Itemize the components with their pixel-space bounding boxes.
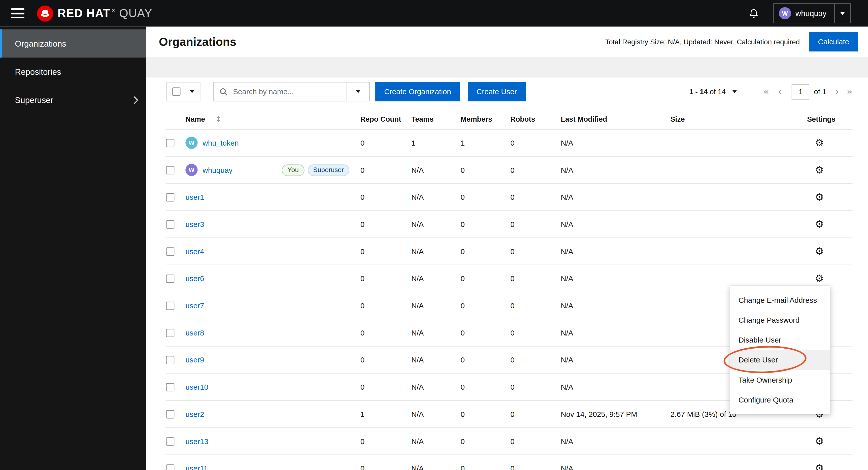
notifications-bell-icon[interactable]	[748, 8, 759, 19]
badge-you: You	[282, 164, 304, 176]
settings-gear-icon[interactable]: ⚙	[815, 246, 824, 256]
brand-quay: QUAY	[119, 6, 152, 20]
pagination-of-pages: of 1	[814, 87, 827, 96]
robots-cell: 0	[510, 274, 561, 283]
pagination-first-button[interactable]: «	[764, 87, 769, 96]
last-modified-cell: N/A	[561, 166, 670, 174]
user-actions-menu: Change E-mail Address Change Password Di…	[730, 286, 831, 414]
row-checkbox[interactable]	[166, 139, 174, 147]
members-cell: 1	[460, 139, 510, 147]
row-checkbox[interactable]	[166, 193, 174, 201]
row-checkbox[interactable]	[166, 356, 174, 364]
org-name-link[interactable]: user10	[185, 383, 208, 391]
members-cell: 0	[460, 166, 510, 174]
settings-gear-icon[interactable]: ⚙	[815, 165, 824, 175]
menu-item-change-email[interactable]: Change E-mail Address	[730, 290, 831, 310]
last-modified-cell: N/A	[561, 274, 670, 283]
sidebar: Organizations Repositories Superuser	[0, 26, 146, 470]
pagination: 1 - 14 of 14 « ‹ of 1 › »	[689, 84, 852, 99]
menu-item-delete-user[interactable]: Delete User	[730, 350, 831, 370]
table-row: user4 0 N/A 0 0 N/A ⚙	[166, 238, 852, 265]
pagination-next-button[interactable]: ›	[835, 87, 839, 96]
row-checkbox[interactable]	[166, 410, 174, 418]
org-name-link[interactable]: user9	[185, 356, 204, 364]
org-name-link[interactable]: user4	[185, 247, 204, 255]
teams-cell: N/A	[411, 247, 461, 255]
robots-cell: 0	[510, 139, 561, 147]
org-name-link[interactable]: user11	[185, 464, 208, 470]
org-name-link[interactable]: user6	[185, 274, 204, 283]
sidebar-item-label: Superuser	[15, 95, 53, 104]
menu-toggle-icon[interactable]	[11, 8, 25, 19]
search-filter-toggle[interactable]	[347, 82, 370, 101]
row-checkbox[interactable]	[166, 437, 174, 445]
org-name-link[interactable]: user8	[185, 328, 204, 337]
org-name-link[interactable]: user2	[185, 410, 204, 418]
menu-item-change-password[interactable]: Change Password	[730, 310, 831, 330]
page-header-divider	[146, 57, 868, 77]
last-modified-cell: N/A	[561, 437, 670, 445]
repo-count-cell: 0	[361, 328, 411, 337]
repo-count-cell: 0	[361, 437, 411, 445]
user-menu-toggle[interactable]: W whuquay	[773, 3, 851, 23]
create-organization-button[interactable]: Create Organization	[375, 82, 460, 101]
settings-gear-icon[interactable]: ⚙	[815, 436, 824, 446]
org-name-link[interactable]: user7	[185, 302, 204, 310]
row-checkbox[interactable]	[166, 464, 174, 470]
sort-icon[interactable]: ↕	[216, 115, 222, 123]
page-header: Organizations Total Registry Size: N/A, …	[146, 26, 868, 57]
org-avatar: W	[185, 164, 197, 176]
settings-gear-icon[interactable]: ⚙	[815, 463, 824, 470]
search-icon	[220, 88, 227, 95]
settings-gear-icon[interactable]: ⚙	[815, 192, 824, 202]
create-user-button[interactable]: Create User	[468, 82, 526, 101]
org-name-link[interactable]: user1	[185, 193, 204, 201]
chevron-down-icon	[356, 90, 361, 93]
pagination-last-button[interactable]: »	[847, 87, 852, 96]
settings-gear-icon[interactable]: ⚙	[815, 219, 824, 229]
row-checkbox[interactable]	[166, 220, 174, 228]
menu-item-take-ownership[interactable]: Take Ownership	[730, 370, 831, 390]
org-name-link[interactable]: user3	[185, 220, 204, 228]
menu-item-disable-user[interactable]: Disable User	[730, 330, 831, 350]
sidebar-item-superuser[interactable]: Superuser	[0, 86, 146, 114]
pagination-prev-button[interactable]: ‹	[778, 87, 782, 96]
column-header-name[interactable]: Name ↕	[185, 115, 360, 123]
sidebar-item-label: Repositories	[15, 67, 61, 76]
robots-cell: 0	[510, 464, 561, 470]
org-name-link[interactable]: user13	[185, 437, 208, 445]
members-cell: 0	[460, 356, 510, 364]
calculate-button[interactable]: Calculate	[809, 32, 858, 52]
settings-gear-icon[interactable]: ⚙	[815, 274, 824, 284]
row-checkbox[interactable]	[166, 247, 174, 255]
teams-cell: N/A	[411, 464, 461, 470]
menu-item-configure-quota[interactable]: Configure Quota	[730, 390, 831, 410]
table-row: user1 0 N/A 0 0 N/A ⚙	[166, 184, 852, 211]
row-checkbox[interactable]	[166, 166, 174, 174]
last-modified-cell: N/A	[561, 464, 670, 470]
last-modified-cell: N/A	[561, 328, 670, 337]
sidebar-item-organizations[interactable]: Organizations	[0, 29, 146, 57]
teams-cell: N/A	[411, 220, 461, 228]
row-checkbox[interactable]	[166, 328, 174, 337]
toolbar: Create Organization Create User 1 - 14 o…	[166, 82, 852, 101]
row-checkbox[interactable]	[166, 274, 174, 283]
settings-gear-icon[interactable]: ⚙	[815, 138, 824, 148]
row-checkbox[interactable]	[166, 383, 174, 391]
bulk-select-toggle[interactable]	[166, 82, 200, 101]
teams-cell: N/A	[411, 383, 461, 391]
bulk-select-checkbox[interactable]	[172, 87, 180, 96]
last-modified-cell: N/A	[561, 139, 670, 147]
org-name-link[interactable]: whu_token	[203, 139, 239, 147]
pagination-menu-toggle[interactable]	[733, 90, 737, 93]
last-modified-cell: Nov 14, 2025, 9:57 PM	[561, 410, 670, 418]
teams-cell: N/A	[411, 328, 461, 337]
row-checkbox[interactable]	[166, 302, 174, 310]
org-name-link[interactable]: whuquay	[203, 166, 232, 174]
pagination-page-input[interactable]	[792, 84, 809, 99]
search-input[interactable]	[232, 87, 347, 96]
pagination-nav: « ‹ of 1 › »	[764, 84, 852, 99]
repo-count-cell: 0	[361, 166, 411, 174]
sidebar-item-repositories[interactable]: Repositories	[0, 58, 146, 86]
search-box	[213, 82, 347, 101]
